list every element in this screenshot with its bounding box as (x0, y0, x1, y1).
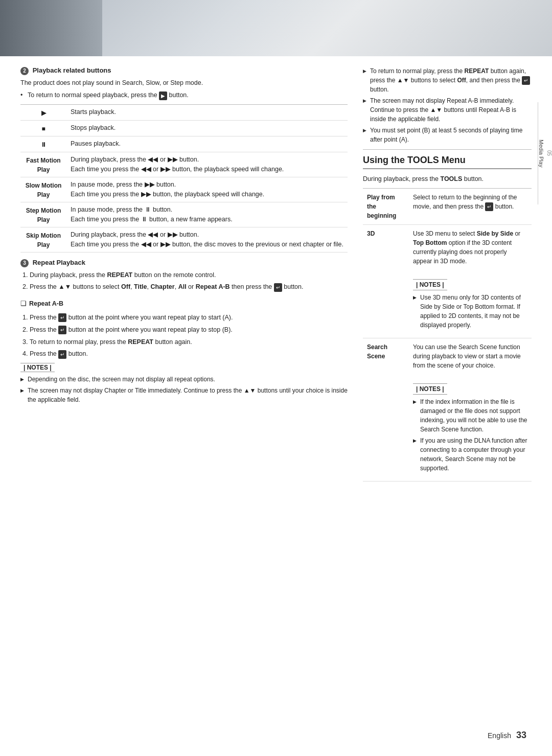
circle-2: 2 (20, 67, 29, 75)
circle-3: 3 (20, 259, 29, 267)
play-icon-cell: ▶ (20, 105, 66, 121)
pause-icon-cell: ⏸ (20, 136, 66, 152)
step-motion-label: Step MotionPlay (20, 202, 66, 227)
playback-bullet-list: To return to normal speed playback, pres… (20, 90, 348, 100)
step-motion-desc: In pause mode, press the ⏸ button. Each … (66, 202, 348, 227)
fast-motion-label: Fast MotionPlay (20, 152, 66, 177)
playback-table: ▶ Starts playback. ■ Stops playback. ⏸ P… (20, 104, 348, 253)
enter-btn-r2: ↵ (485, 202, 493, 211)
slow-motion-desc: In pause mode, press the ▶▶ button. Each… (66, 177, 348, 202)
repeat-ab-step-2: Press the ↵ button at the point where yo… (30, 325, 348, 335)
right-bullet-1: To return to normal play, press the REPE… (363, 66, 532, 94)
repeat-ab-heading: Repeat A-B (29, 300, 63, 307)
repeat-ab-step-3: To return to normal play, press the REPE… (30, 337, 348, 347)
playback-bullet-item: To return to normal speed playback, pres… (20, 90, 348, 100)
page-number: 33 (516, 730, 526, 740)
table-row: ▶ Starts playback. (20, 105, 348, 121)
stop-desc: Stops playback. (66, 121, 348, 136)
pause-desc: Pauses playback. (66, 136, 348, 152)
enter-btn-4: ↵ (58, 350, 66, 359)
search-note-2: If you are using the DLNA function after… (413, 436, 527, 473)
repeat-playback-steps: During playback, press the REPEAT button… (20, 270, 348, 292)
repeat-ab-step-1: Press the ↵ button at the point where yo… (30, 313, 348, 323)
divider (363, 149, 532, 150)
footer-lang: English (488, 731, 511, 740)
3d-label: 3D (363, 225, 409, 338)
enter-btn-r1: ↵ (522, 76, 530, 85)
notes-box: | NOTES | Depending on the disc, the scr… (20, 363, 348, 404)
enter-btn-2: ↵ (58, 313, 66, 322)
tools-intro: During playback, press the TOOLS button. (363, 174, 532, 184)
slow-motion-label: Slow MotionPlay (20, 177, 66, 202)
3d-desc: Use 3D menu to select Side by Side or To… (409, 225, 532, 338)
repeat-ab-steps: Press the ↵ button at the point where yo… (20, 313, 348, 359)
repeat-playback-section: 3 Repeat Playback During playback, press… (20, 259, 348, 404)
table-row: Slow MotionPlay In pause mode, press the… (20, 177, 348, 202)
playback-buttons-heading: 2 Playback related buttons (20, 66, 348, 75)
enter-btn-3: ↵ (58, 326, 66, 334)
right-bullets: To return to normal play, press the REPE… (363, 66, 532, 144)
media-play-label: Media Play (538, 140, 544, 167)
3d-note-1: Use 3D menu only for 3D contents of Side… (413, 293, 527, 330)
skip-motion-label: Skip MotionPlay (20, 227, 66, 253)
3d-notes-box: | NOTES | Use 3D menu only for 3D conten… (413, 279, 527, 330)
repeat-step-2: Press the ▲▼ buttons to select Off, Titl… (30, 282, 348, 292)
repeat-ab-label: ❑ Repeat A-B (20, 296, 348, 310)
tools-section-title: Using the TOOLS Menu (363, 155, 532, 169)
table-row: Skip MotionPlay During playback, press t… (20, 227, 348, 253)
table-row: Fast MotionPlay During playback, press t… (20, 152, 348, 177)
table-row: ■ Stops playback. (20, 121, 348, 136)
right-column: To return to normal play, press the REPE… (363, 66, 532, 482)
playback-buttons-section: 2 Playback related buttons The product d… (20, 66, 348, 253)
3d-notes-list: Use 3D menu only for 3D contents of Side… (413, 293, 527, 330)
table-row: ⏸ Pauses playback. (20, 136, 348, 152)
right-bullet-3: You must set point (B) at least 5 second… (363, 126, 532, 144)
side-label: 05 Media Play (538, 102, 552, 204)
tools-table: Play from thebeginning Select to return … (363, 188, 532, 482)
left-column: 2 Playback related buttons The product d… (20, 66, 348, 482)
search-notes-box: | NOTES | If the index information in th… (413, 383, 527, 473)
playback-intro: The product does not play sound in Searc… (20, 78, 348, 88)
stop-icon-cell: ■ (20, 121, 66, 136)
right-bullet-2: The screen may not display Repeat A-B im… (363, 96, 532, 124)
play-icon-btn: ▶ (159, 91, 167, 100)
repeat-step-1: During playback, press the REPEAT button… (30, 270, 348, 280)
repeat-playback-heading: 3 Repeat Playback (20, 259, 348, 267)
notes-list: Depending on the disc, the screen may no… (20, 375, 348, 404)
notes-title: | NOTES | (20, 363, 55, 372)
search-notes-title: | NOTES | (413, 383, 447, 395)
search-scene-desc: You can use the Search Scene function du… (409, 338, 532, 482)
note-item-1: Depending on the disc, the screen may no… (20, 375, 348, 384)
tools-row-3d: 3D Use 3D menu to select Side by Side or… (363, 225, 532, 338)
chapter-number: 05 (546, 150, 552, 156)
page-footer: English 33 (488, 730, 526, 741)
fast-motion-desc: During playback, press the ◀◀ or ▶▶ butt… (66, 152, 348, 177)
search-notes-list: If the index information in the file is … (413, 397, 527, 473)
skip-motion-desc: During playback, press the ◀◀ or ▶▶ butt… (66, 227, 348, 253)
tools-row-play-beginning: Play from thebeginning Select to return … (363, 189, 532, 225)
play-beginning-desc: Select to return to the beginning of the… (409, 189, 532, 225)
enter-btn: ↵ (274, 283, 282, 292)
play-desc: Starts playback. (66, 105, 348, 121)
table-row: Step MotionPlay In pause mode, press the… (20, 202, 348, 227)
3d-notes-title: | NOTES | (413, 279, 447, 290)
note-item-2: The screen may not display Chapter or Ti… (20, 386, 348, 404)
repeat-ab-step-4: Press the ↵ button. (30, 349, 348, 359)
search-note-1: If the index information in the file is … (413, 397, 527, 434)
tools-row-search-scene: Search Scene You can use the Search Scen… (363, 338, 532, 482)
header-banner (0, 0, 552, 56)
play-beginning-label: Play from thebeginning (363, 189, 409, 225)
main-content: 2 Playback related buttons The product d… (0, 56, 552, 492)
search-scene-label: Search Scene (363, 338, 409, 482)
